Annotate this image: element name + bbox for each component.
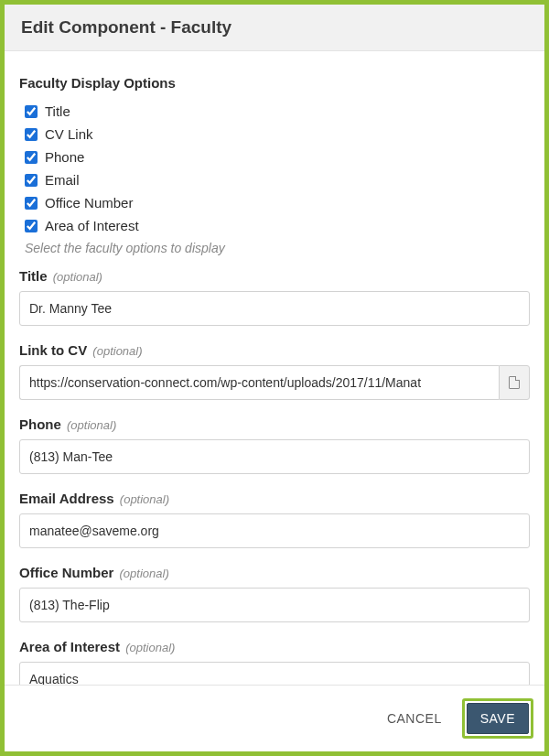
label-office: Office Number (optional)	[19, 565, 530, 580]
checkbox-cv-link[interactable]	[25, 128, 38, 141]
label-phone: Phone (optional)	[19, 416, 530, 432]
option-email[interactable]: Email	[25, 172, 530, 188]
option-office-number[interactable]: Office Number	[25, 195, 530, 211]
save-button[interactable]: SAVE	[467, 703, 529, 734]
checkbox-email[interactable]	[25, 174, 38, 187]
optional-tag: (optional)	[53, 270, 102, 284]
field-group-aoi: Area of Interest (optional)	[19, 639, 530, 685]
label-cv: Link to CV (optional)	[19, 342, 530, 358]
field-group-office: Office Number (optional)	[19, 565, 530, 622]
field-group-email: Email Address (optional)	[19, 491, 530, 548]
option-cv-link[interactable]: CV Link	[25, 126, 530, 142]
checkbox-area-of-interest[interactable]	[25, 220, 38, 232]
cv-input-row	[19, 365, 530, 400]
input-title[interactable]	[19, 291, 530, 326]
option-label: Office Number	[45, 195, 133, 211]
label-text: Title	[19, 268, 48, 284]
save-button-highlight: SAVE	[462, 698, 533, 739]
section-heading: Faculty Display Options	[19, 75, 530, 91]
option-phone[interactable]: Phone	[25, 149, 530, 165]
option-title[interactable]: Title	[25, 103, 530, 119]
scroll-area[interactable]: Faculty Display Options Title CV Link Ph…	[12, 59, 537, 685]
optional-tag: (optional)	[120, 492, 169, 506]
input-cv[interactable]	[19, 365, 499, 400]
input-aoi[interactable]	[19, 662, 530, 685]
input-phone[interactable]	[19, 439, 530, 474]
label-text: Link to CV	[19, 342, 87, 358]
display-options-list: Title CV Link Phone Email Office Number	[19, 103, 530, 233]
dialog-body: Faculty Display Options Title CV Link Ph…	[5, 51, 544, 685]
checkbox-title[interactable]	[25, 105, 38, 118]
option-label: CV Link	[45, 126, 93, 142]
label-title: Title (optional)	[19, 268, 530, 284]
field-group-title: Title (optional)	[19, 268, 530, 326]
label-email: Email Address (optional)	[19, 491, 530, 506]
dialog-footer: CANCEL SAVE	[5, 685, 544, 751]
label-text: Area of Interest	[19, 639, 120, 654]
optional-tag: (optional)	[92, 344, 142, 358]
optional-tag: (optional)	[120, 567, 169, 580]
checkbox-phone[interactable]	[25, 151, 38, 164]
cancel-button[interactable]: CANCEL	[383, 706, 446, 731]
option-label: Area of Interest	[45, 218, 139, 233]
scrollbar[interactable]	[538, 59, 543, 685]
label-text: Office Number	[19, 565, 113, 580]
checkbox-office-number[interactable]	[25, 197, 38, 210]
option-label: Title	[45, 103, 70, 119]
option-area-of-interest[interactable]: Area of Interest	[25, 218, 530, 233]
option-label: Email	[45, 172, 80, 188]
input-email[interactable]	[19, 513, 530, 548]
dialog-title: Edit Component - Faculty	[21, 17, 528, 38]
optional-tag: (optional)	[125, 641, 175, 654]
field-group-phone: Phone (optional)	[19, 416, 530, 474]
dialog-frame: Edit Component - Faculty Faculty Display…	[0, 0, 549, 756]
field-group-cv: Link to CV (optional)	[19, 342, 530, 400]
dialog-header: Edit Component - Faculty	[5, 5, 544, 51]
label-text: Phone	[19, 416, 61, 432]
label-aoi: Area of Interest (optional)	[19, 639, 530, 654]
input-office[interactable]	[19, 588, 530, 622]
optional-tag: (optional)	[67, 418, 116, 432]
label-text: Email Address	[19, 491, 114, 506]
options-hint: Select the faculty options to display	[25, 241, 530, 255]
option-label: Phone	[45, 149, 84, 165]
document-icon	[509, 376, 520, 389]
cv-picker-button[interactable]	[499, 365, 530, 400]
